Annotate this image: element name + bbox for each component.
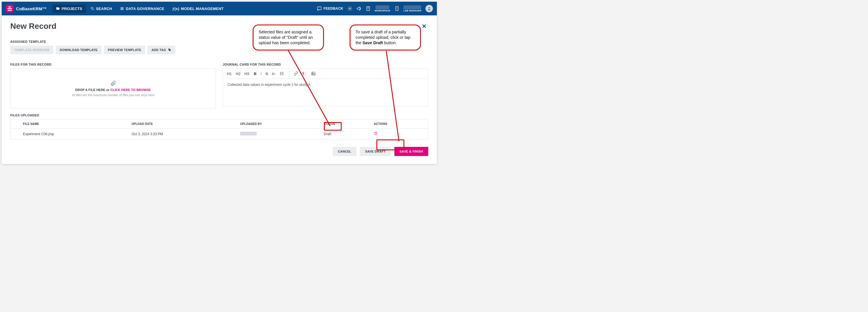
col-actions: ACTIONS (370, 120, 428, 129)
app-window: CoBaseKRM™ PROJECTS SEARCH DATA GOVERNAN… (2, 2, 437, 164)
svg-rect-25 (312, 72, 315, 75)
list-icon (280, 71, 284, 76)
fx-icon: ƒ(x) (172, 6, 179, 11)
tb-paragraph[interactable]: ¶⋮ (302, 71, 307, 76)
docs-button[interactable] (366, 6, 371, 11)
nav-gov-label: DATA GOVERNANCE (126, 6, 164, 11)
org-button[interactable] (394, 6, 400, 11)
nav-governance[interactable]: DATA GOVERNANCE (117, 5, 168, 13)
building-icon (394, 6, 400, 11)
save-finish-button[interactable]: SAVE & FINISH (394, 147, 428, 156)
drop-text: DROP A FILE HERE or CLICK HERE TO BROWSE (75, 88, 151, 92)
svg-rect-2 (121, 7, 124, 8)
nav-search[interactable]: SEARCH (87, 5, 116, 13)
page-title: New Record (10, 22, 57, 31)
cell-status: Draft (320, 129, 370, 139)
tb-h3[interactable]: H3 (244, 71, 249, 76)
nav-search-label: SEARCH (96, 6, 112, 11)
workspace-name-redacted (376, 5, 389, 9)
user-avatar[interactable] (426, 5, 433, 12)
col-checkbox (10, 120, 19, 129)
nav-model-label: MODEL MANAGEMENT (181, 6, 224, 11)
uploader-redacted (240, 132, 257, 135)
editor-toolbar: H1 H2 H3 B i S A↕ (223, 69, 428, 79)
nav-projects[interactable]: PROJECTS (53, 5, 86, 13)
tb-image[interactable] (311, 71, 316, 76)
callout-save-draft: To save a draft of a partially completed… (350, 25, 421, 51)
link-icon (294, 71, 298, 76)
add-tag-button[interactable]: ADD TAG (148, 45, 175, 54)
tb-bold[interactable]: B (254, 71, 256, 76)
book-icon (366, 6, 371, 11)
callout2-b: Save Draft (363, 40, 383, 45)
cell-uploadedby (236, 129, 320, 139)
svg-point-0 (91, 7, 93, 9)
table-header-row: FILE NAME UPLOAD DATE UPLOADED BY STATUS… (10, 120, 428, 129)
tb-h1[interactable]: H1 (227, 71, 232, 76)
brand[interactable]: CoBaseKRM™ (6, 5, 47, 12)
preview-template-button[interactable]: PREVIEW TEMPLATE (104, 45, 145, 54)
drop-text-a: DROP A FILE HERE or (75, 88, 111, 92)
tb-list[interactable] (280, 71, 284, 76)
file-dropzone[interactable]: DROP A FILE HERE or CLICK HERE TO BROWSE… (10, 68, 216, 108)
tb-fontsize[interactable]: A↕ (272, 71, 276, 76)
delete-row-button[interactable] (374, 131, 378, 135)
cell-date: Oct 3, 2024 3:33 PM (127, 129, 236, 139)
workspace-selector[interactable]: WORKSPACE (375, 5, 391, 12)
svg-line-1 (93, 9, 94, 10)
tb-h2[interactable]: H2 (236, 71, 241, 76)
nav-projects-label: PROJECTS (62, 6, 82, 11)
chat-icon (317, 6, 322, 11)
download-template-button[interactable]: DOWNLOAD TEMPLATE (56, 45, 101, 54)
browse-link[interactable]: CLICK HERE TO BROWSE (111, 88, 151, 92)
role-indicator[interactable]: LAB MANAGER (403, 5, 422, 12)
tag-icon (168, 48, 172, 52)
svg-point-24 (280, 74, 281, 75)
paperclip-icon (110, 80, 116, 86)
save-draft-button[interactable]: SAVE DRAFT (360, 147, 391, 156)
workspace-label: WORKSPACE (375, 9, 391, 12)
close-button[interactable]: ✕ (420, 22, 428, 31)
cell-actions (370, 129, 428, 139)
svg-point-17 (428, 7, 430, 8)
cell-filename: Experiment C06.jmp (19, 129, 128, 139)
col-date: UPLOAD DATE (127, 120, 236, 129)
settings-button[interactable] (347, 6, 352, 11)
megaphone-icon (356, 6, 362, 11)
svg-point-18 (169, 49, 169, 50)
template-node-chip: TEMPLATE-NODE2099 (10, 45, 53, 54)
svg-rect-3 (121, 8, 124, 9)
tb-strike[interactable]: S (266, 71, 268, 76)
journal-editor: H1 H2 H3 B i S A↕ (223, 68, 428, 106)
feedback-button[interactable]: FEEDBACK (317, 6, 343, 11)
svg-point-22 (280, 72, 281, 72)
image-icon (311, 71, 316, 76)
folder-icon (56, 6, 60, 10)
announcements-button[interactable] (356, 6, 362, 11)
row-handle[interactable] (10, 129, 19, 139)
gear-icon (347, 6, 352, 11)
page-body: ASSIGNED TEMPLATE TEMPLATE-NODE2099 DOWN… (2, 36, 437, 164)
nav-model-mgmt[interactable]: ƒ(x) MODEL MANAGEMENT (169, 5, 227, 13)
callout-status-draft: Selected files are assigned a status val… (253, 25, 324, 51)
tb-link[interactable] (294, 71, 298, 76)
tb-italic[interactable]: i (260, 71, 261, 76)
svg-rect-5 (317, 7, 321, 10)
journal-section-label: JOURNAL CARD FOR THIS RECORD (223, 63, 428, 66)
primary-nav: PROJECTS SEARCH DATA GOVERNANCE ƒ(x) MOD… (53, 5, 227, 13)
svg-rect-10 (396, 6, 398, 10)
search-icon (90, 6, 94, 10)
tb-a-label: A (272, 71, 275, 76)
tb-separator (289, 71, 289, 76)
cancel-button[interactable]: CANCEL (333, 147, 357, 156)
svg-rect-4 (121, 9, 124, 10)
col-by: UPLOADED BY (236, 120, 320, 129)
editor-content[interactable]: Collected data values in experiment cycl… (223, 79, 428, 106)
col-filename: FILE NAME (19, 120, 128, 129)
callout1-text: Selected files are assigned a status val… (259, 30, 313, 45)
svg-rect-7 (366, 6, 370, 10)
top-nav: CoBaseKRM™ PROJECTS SEARCH DATA GOVERNAN… (2, 2, 437, 15)
person-icon (427, 6, 431, 11)
form-footer: CANCEL SAVE DRAFT SAVE & FINISH (10, 139, 428, 158)
brand-name: CoBaseKRM™ (16, 6, 47, 11)
